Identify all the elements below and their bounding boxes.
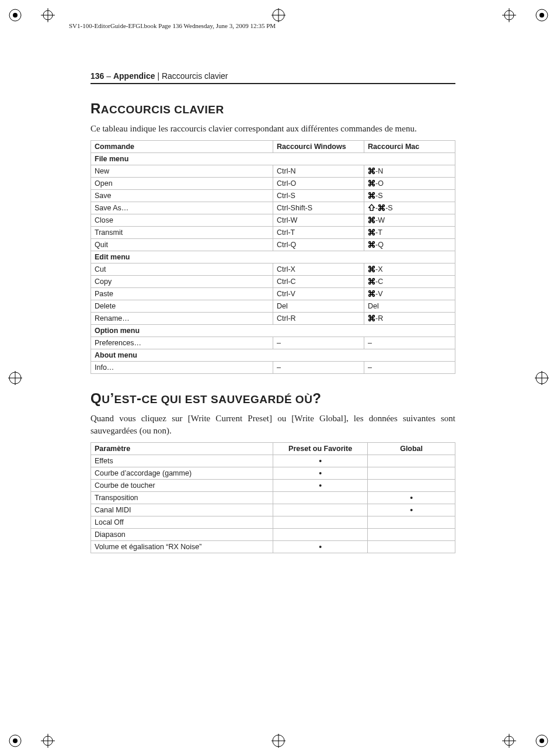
win-shortcut: Ctrl-W <box>273 214 364 227</box>
win-shortcut: Ctrl-Q <box>273 239 364 251</box>
mac-shortcut: -N <box>364 165 455 178</box>
global-cell <box>368 455 455 467</box>
mac-shortcut: -T <box>364 227 455 239</box>
win-shortcut: Ctrl-T <box>273 227 364 239</box>
table-section: Edit menu <box>91 251 455 263</box>
table-section: Option menu <box>91 325 455 337</box>
mac-shortcut: -W <box>364 214 455 227</box>
mac-shortcut: -S <box>364 190 455 202</box>
win-shortcut: Ctrl-X <box>273 263 364 276</box>
mac-shortcut: -C <box>364 276 455 288</box>
table-row: Save As…Ctrl-Shift-S--S <box>91 202 455 214</box>
mac-shortcut: -O <box>364 178 455 190</box>
win-shortcut: – <box>273 337 364 349</box>
command-icon <box>368 179 375 187</box>
regmark-icon <box>502 8 516 22</box>
win-shortcut: Ctrl-O <box>273 178 364 190</box>
cmd-name: Open <box>91 178 273 190</box>
table-row: CloseCtrl-W-W <box>91 214 455 227</box>
preset-cell: • <box>273 467 368 479</box>
win-shortcut: – <box>273 362 364 374</box>
intro-saved-where: Quand vous cliquez sur [Write Current Pr… <box>90 412 455 436</box>
preset-cell: • <box>273 479 368 491</box>
param-name: Volume et égalisation “RX Noise” <box>91 540 273 553</box>
global-cell <box>368 479 455 491</box>
mac-shortcut: – <box>364 362 455 374</box>
mac-shortcut: -X <box>364 263 455 276</box>
regmark-icon <box>271 734 286 748</box>
preset-cell <box>273 504 368 516</box>
heading-saved-where: QU’EST-CE QUI EST SAUVEGARDÉ OÙ? <box>90 390 455 407</box>
page-slug: SV1-100-EditorGuide-EFGI.book Page 136 W… <box>69 22 276 29</box>
cmd-name: Save <box>91 190 273 202</box>
regmark-icon <box>535 734 549 748</box>
global-cell: • <box>368 504 455 516</box>
table-row: QuitCtrl-Q-Q <box>91 239 455 251</box>
shortcuts-table: Commande Raccourci Windows Raccourci Mac… <box>90 140 455 374</box>
cmd-name: Paste <box>91 288 273 300</box>
param-name: Canal MIDI <box>91 504 273 516</box>
regmark-icon <box>8 371 22 385</box>
preset-cell: • <box>273 540 368 553</box>
regmark-icon <box>535 8 549 22</box>
table-row: OpenCtrl-O-O <box>91 178 455 190</box>
global-cell: • <box>368 491 455 504</box>
regmark-icon <box>535 371 549 385</box>
cmd-name: Rename… <box>91 313 273 325</box>
win-shortcut: Del <box>273 300 364 313</box>
table-row: Canal MIDI• <box>91 504 455 516</box>
section-label: File menu <box>91 153 455 165</box>
table-row: Effets• <box>91 455 455 467</box>
section-label: Edit menu <box>91 251 455 263</box>
table-row: Diapason <box>91 528 455 540</box>
command-icon <box>368 314 375 322</box>
table-row: Rename…Ctrl-R-R <box>91 313 455 325</box>
svg-point-1 <box>13 13 18 18</box>
preset-cell <box>273 528 368 540</box>
section-label: About menu <box>91 349 455 362</box>
table-row: Local Off <box>91 516 455 528</box>
col-preset: Preset ou Favorite <box>273 442 368 455</box>
cmd-name: Transmit <box>91 227 273 239</box>
win-shortcut: Ctrl-C <box>273 276 364 288</box>
command-icon <box>378 204 385 211</box>
win-shortcut: Ctrl-R <box>273 313 364 325</box>
cmd-name: Save As… <box>91 202 273 214</box>
running-header: 136 – Appendice | Raccourcis clavier <box>90 71 455 84</box>
intro-shortcuts: Ce tableau indique les raccourcis clavie… <box>90 123 455 134</box>
global-cell <box>368 516 455 528</box>
table-row: Volume et égalisation “RX Noise”• <box>91 540 455 553</box>
table-section: File menu <box>91 153 455 165</box>
mac-shortcut: -Q <box>364 239 455 251</box>
col-param: Paramètre <box>91 442 273 455</box>
command-icon <box>368 241 375 248</box>
page: SV1-100-EditorGuide-EFGI.book Page 136 W… <box>0 0 557 756</box>
cmd-name: Cut <box>91 263 273 276</box>
cmd-name: Close <box>91 214 273 227</box>
col-command: Commande <box>91 141 273 153</box>
regmark-icon <box>271 8 286 22</box>
shift-icon <box>368 204 375 211</box>
table-row: Transposition• <box>91 491 455 504</box>
param-name: Diapason <box>91 528 273 540</box>
col-mac: Raccourci Mac <box>364 141 455 153</box>
section-label: Option menu <box>91 325 455 337</box>
svg-point-11 <box>13 738 18 743</box>
table-row: DeleteDelDel <box>91 300 455 313</box>
section-name: Appendice <box>113 71 155 81</box>
svg-point-3 <box>539 13 544 18</box>
col-global: Global <box>368 442 455 455</box>
global-cell <box>368 528 455 540</box>
table-row: Info…–– <box>91 362 455 374</box>
command-icon <box>368 290 375 297</box>
mac-shortcut: -V <box>364 288 455 300</box>
command-icon <box>368 216 375 224</box>
table-row: NewCtrl-N-N <box>91 165 455 178</box>
table-row: TransmitCtrl-T-T <box>91 227 455 239</box>
cmd-name: Info… <box>91 362 273 374</box>
col-windows: Raccourci Windows <box>273 141 364 153</box>
cmd-name: Delete <box>91 300 273 313</box>
mac-shortcut: -R <box>364 313 455 325</box>
win-shortcut: Ctrl-S <box>273 190 364 202</box>
win-shortcut: Ctrl-Shift-S <box>273 202 364 214</box>
